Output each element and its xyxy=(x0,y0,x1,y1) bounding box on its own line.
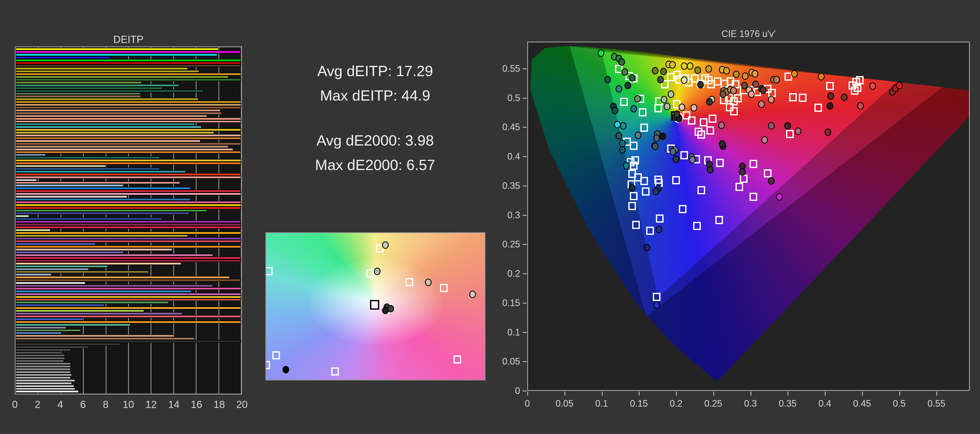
cie-y-tickmark xyxy=(523,273,527,274)
deitp-bar xyxy=(16,279,241,282)
cie-y-tick-label: 0.4 xyxy=(490,151,520,162)
cie-measurement-dot xyxy=(857,102,864,110)
ab-target-square xyxy=(453,355,461,364)
deitp-bar xyxy=(16,284,213,287)
cie-measurement-dot xyxy=(616,132,622,139)
cie-target-square xyxy=(672,176,680,184)
deitp-bar xyxy=(16,137,241,140)
cie-target-square xyxy=(642,187,649,196)
deitp-bar xyxy=(16,312,183,315)
deitp-bar xyxy=(16,273,52,276)
deitp-bar-chart xyxy=(15,46,242,394)
deitp-x-tick-label: 6 xyxy=(80,399,86,410)
cie-target-square xyxy=(799,94,807,102)
deitp-bar xyxy=(16,67,188,70)
deitp-bar xyxy=(16,59,241,62)
deitp-bar xyxy=(16,207,241,209)
cie-measurement-dot xyxy=(748,91,755,98)
cie-measurement-dot xyxy=(742,72,749,80)
cie-target-square xyxy=(632,156,639,164)
cie-measurement-dot xyxy=(733,70,740,78)
deitp-bar xyxy=(16,198,190,201)
deitp-bar xyxy=(16,209,207,212)
deitp-bar xyxy=(16,89,204,93)
deitp-bar xyxy=(16,315,241,318)
deitp-x-tick-label: 4 xyxy=(57,399,63,410)
deitp-x-tick-label: 0 xyxy=(12,399,18,410)
cie-x-tickmark xyxy=(676,392,677,396)
deitp-bar xyxy=(16,159,241,162)
cie-target-square xyxy=(693,222,701,230)
deitp-bar xyxy=(16,357,65,360)
deitp-bar xyxy=(16,354,65,357)
cie-target-square xyxy=(620,98,628,106)
deitp-bar xyxy=(16,84,179,87)
cie-measurement-dot xyxy=(605,76,611,83)
cie-x-tickmark xyxy=(639,392,640,396)
delta-e-stats: Avg dEITP: 17.29 Max dEITP: 44.9 Avg dE2… xyxy=(258,59,493,177)
deitp-bar xyxy=(16,388,75,390)
deitp-bar xyxy=(16,362,71,365)
cie-target-square xyxy=(628,202,636,210)
deitp-bar xyxy=(16,348,71,351)
deitp-bar xyxy=(16,257,241,259)
cie-measurement-dot xyxy=(668,91,674,98)
ab-measurement-dot xyxy=(374,268,380,275)
cie-x-tickmark xyxy=(825,392,826,396)
cie-x-tickmark xyxy=(788,392,788,396)
deitp-bar xyxy=(16,360,64,362)
cie-target-square xyxy=(815,104,822,112)
cie-measurement-dot xyxy=(618,58,625,65)
deitp-bar xyxy=(16,296,241,298)
deitp-bar xyxy=(16,179,37,182)
cie-target-square xyxy=(851,86,859,95)
cie-measurement-dot xyxy=(795,128,801,135)
deitp-bar xyxy=(16,324,130,326)
cie-target-square xyxy=(700,118,708,126)
cie-measurement-dot xyxy=(652,143,659,150)
cie-target-square xyxy=(730,107,738,115)
deitp-bar xyxy=(16,259,241,262)
cie-measurement-dot xyxy=(621,68,628,75)
cie-measurement-dot xyxy=(623,162,630,169)
deitp-bar xyxy=(16,248,172,251)
deitp-bar xyxy=(16,70,199,73)
deitp-bar xyxy=(16,112,222,115)
cie-measurement-dot xyxy=(687,62,694,70)
deitp-bar xyxy=(16,148,233,151)
cie-y-tick-label: 0.1 xyxy=(490,327,520,338)
cie-x-tick-label: 0.05 xyxy=(555,398,573,409)
cie-x-tick-label: 0.2 xyxy=(670,398,682,409)
deitp-bar xyxy=(16,235,188,237)
cie-measurement-dot xyxy=(673,155,679,163)
deitp-bar xyxy=(16,390,79,393)
cie-target-square xyxy=(632,221,640,229)
ab-target-square xyxy=(272,351,280,359)
cie-measurement-dot xyxy=(634,95,641,103)
deitp-bar xyxy=(16,142,241,145)
deitp-bar xyxy=(16,254,213,257)
deitp-bar xyxy=(16,123,195,126)
cie-target-square xyxy=(709,115,716,123)
deitp-bar xyxy=(16,182,180,184)
cie-measurement-dot xyxy=(824,129,831,136)
cie-measurement-dot xyxy=(681,77,687,84)
ab-plane-scatter xyxy=(266,232,485,380)
cie-target-square xyxy=(789,93,797,101)
cie-measurement-dot xyxy=(773,76,780,83)
deitp-bar xyxy=(16,365,71,368)
deitp-bar xyxy=(16,193,241,195)
ab-target-square xyxy=(366,269,374,278)
cie-x-tickmark xyxy=(936,392,937,396)
cie-measurement-dot xyxy=(706,98,713,105)
deitp-bar xyxy=(16,262,181,265)
cie-measurement-dot xyxy=(720,91,726,98)
ab-measurement-dot xyxy=(283,366,289,373)
deitp-bar xyxy=(16,145,229,148)
deitp-bar xyxy=(16,385,74,388)
cie-measurement-dot xyxy=(896,82,903,89)
cie-x-tick-label: 0.55 xyxy=(928,398,945,409)
cie-measurement-dot xyxy=(761,136,768,144)
deitp-bar xyxy=(16,81,142,84)
cie-target-square xyxy=(786,130,794,138)
